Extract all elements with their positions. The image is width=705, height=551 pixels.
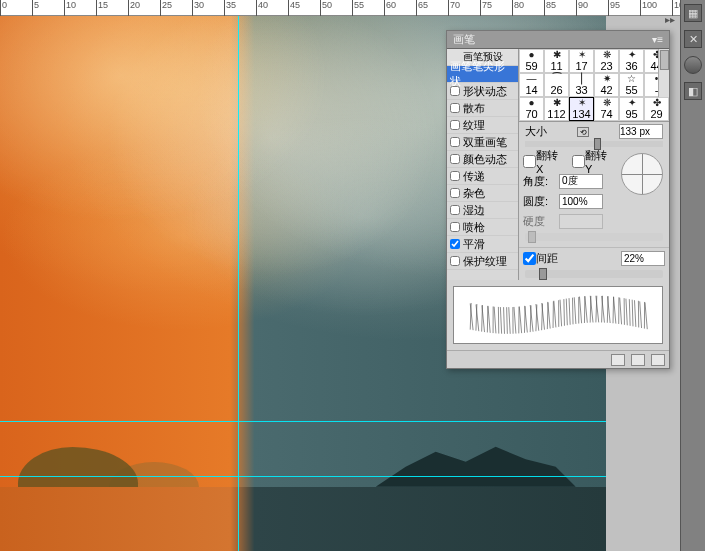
- hardness-slider: [525, 233, 663, 241]
- delete-brush-icon[interactable]: [651, 354, 665, 366]
- angle-label: 角度:: [523, 174, 559, 189]
- brush-thumb-17[interactable]: ✶17: [569, 49, 594, 73]
- setting-checkbox[interactable]: [450, 188, 460, 198]
- brush-panel: 画笔 ▾≡ 画笔预设 画笔笔尖形状形状动态散布纹理双重画笔颜色动态传递杂色湿边喷…: [446, 30, 670, 369]
- setting-平滑[interactable]: 平滑: [447, 236, 518, 253]
- spacing-input[interactable]: [621, 251, 665, 266]
- setting-双重画笔[interactable]: 双重画笔: [447, 134, 518, 151]
- brush-thumb-112[interactable]: ✱112: [544, 97, 569, 121]
- setting-散布[interactable]: 散布: [447, 100, 518, 117]
- brush-thumb-33[interactable]: ⎮33: [569, 73, 594, 97]
- brush-thumb-134[interactable]: ✶134: [569, 97, 594, 121]
- setting-checkbox[interactable]: [450, 171, 460, 181]
- panel-menu-icon[interactable]: ▾≡: [652, 34, 663, 45]
- hardness-label: 硬度: [523, 214, 559, 229]
- toggle-preview-icon[interactable]: [611, 354, 625, 366]
- brush-thumb-95[interactable]: ✦95: [619, 97, 644, 121]
- panel-footer: [447, 350, 669, 368]
- setting-checkbox[interactable]: [450, 86, 460, 96]
- roundness-input[interactable]: [559, 194, 603, 209]
- brush-tip-grid: ●59✱11✶17❋23✦36✤44—14⁀26⎮33✷42☆55•-●70✱1…: [519, 49, 669, 122]
- spacing-slider[interactable]: [525, 270, 663, 278]
- vertical-guide[interactable]: [238, 16, 239, 551]
- brush-thumb-29[interactable]: ✤29: [644, 97, 669, 121]
- water-reflection: [0, 487, 606, 551]
- setting-喷枪[interactable]: 喷枪: [447, 219, 518, 236]
- tools-icon[interactable]: ✕: [684, 30, 702, 48]
- brush-settings-list: 画笔预设 画笔笔尖形状形状动态散布纹理双重画笔颜色动态传递杂色湿边喷枪平滑保护纹…: [447, 49, 519, 280]
- brush-stroke-preview: [453, 286, 663, 344]
- size-input[interactable]: [619, 124, 663, 139]
- panel-title: 画笔: [453, 32, 475, 47]
- panel-icon[interactable]: ◧: [684, 82, 702, 100]
- flip-x-checkbox[interactable]: [523, 155, 536, 168]
- size-reset-icon[interactable]: ⟲: [577, 127, 589, 137]
- horizontal-guide-1[interactable]: [0, 421, 606, 422]
- setting-checkbox[interactable]: [450, 205, 460, 215]
- brush-thumb-23[interactable]: ❋23: [594, 49, 619, 73]
- setting-checkbox[interactable]: [450, 239, 460, 249]
- brush-panel-icon[interactable]: ▦: [684, 4, 702, 22]
- setting-传递[interactable]: 传递: [447, 168, 518, 185]
- right-toolbar: ▦ ✕ ◧: [680, 0, 705, 551]
- setting-纹理[interactable]: 纹理: [447, 117, 518, 134]
- setting-保护纹理[interactable]: 保护纹理: [447, 253, 518, 270]
- setting-颜色动态[interactable]: 颜色动态: [447, 151, 518, 168]
- flip-x-label: 翻转 X: [536, 148, 568, 175]
- flip-y-checkbox[interactable]: [572, 155, 585, 168]
- size-label: 大小: [525, 124, 547, 139]
- thumb-scrollbar[interactable]: [658, 49, 669, 97]
- spacing-label: 间距: [536, 251, 558, 266]
- size-slider[interactable]: [525, 141, 663, 147]
- setting-checkbox[interactable]: [450, 222, 460, 232]
- mountain-left: [18, 447, 138, 487]
- brush-thumb-55[interactable]: ☆55: [619, 73, 644, 97]
- brush-thumb-70[interactable]: ●70: [519, 97, 544, 121]
- setting-checkbox[interactable]: [450, 154, 460, 164]
- brush-thumb-74[interactable]: ❋74: [594, 97, 619, 121]
- brush-thumb-36[interactable]: ✦36: [619, 49, 644, 73]
- brush-thumb-14[interactable]: —14: [519, 73, 544, 97]
- flip-y-label: 翻转 Y: [585, 148, 617, 175]
- setting-画笔笔尖形状[interactable]: 画笔笔尖形状: [447, 66, 518, 83]
- roundness-label: 圆度:: [523, 194, 559, 209]
- mountain-right: [376, 437, 576, 487]
- swatch-icon[interactable]: [684, 56, 702, 74]
- setting-湿边[interactable]: 湿边: [447, 202, 518, 219]
- angle-compass[interactable]: [621, 153, 663, 195]
- horizontal-ruler: 0510152025303540455055606570758085909510…: [0, 0, 680, 16]
- setting-checkbox[interactable]: [450, 137, 460, 147]
- brush-thumb-42[interactable]: ✷42: [594, 73, 619, 97]
- hardness-input: [559, 214, 603, 229]
- angle-input[interactable]: [559, 174, 603, 189]
- panel-titlebar[interactable]: 画笔 ▾≡: [447, 31, 669, 49]
- collapse-panel-icon[interactable]: ▸▸: [665, 14, 675, 25]
- setting-checkbox[interactable]: [450, 256, 460, 266]
- setting-checkbox[interactable]: [450, 120, 460, 130]
- brush-thumb-59[interactable]: ●59: [519, 49, 544, 73]
- spacing-checkbox[interactable]: [523, 252, 536, 265]
- brush-thumb-11[interactable]: ✱11: [544, 49, 569, 73]
- setting-checkbox[interactable]: [450, 103, 460, 113]
- new-brush-icon[interactable]: [631, 354, 645, 366]
- horizontal-guide-2[interactable]: [0, 476, 606, 477]
- setting-杂色[interactable]: 杂色: [447, 185, 518, 202]
- brush-thumb-26[interactable]: ⁀26: [544, 73, 569, 97]
